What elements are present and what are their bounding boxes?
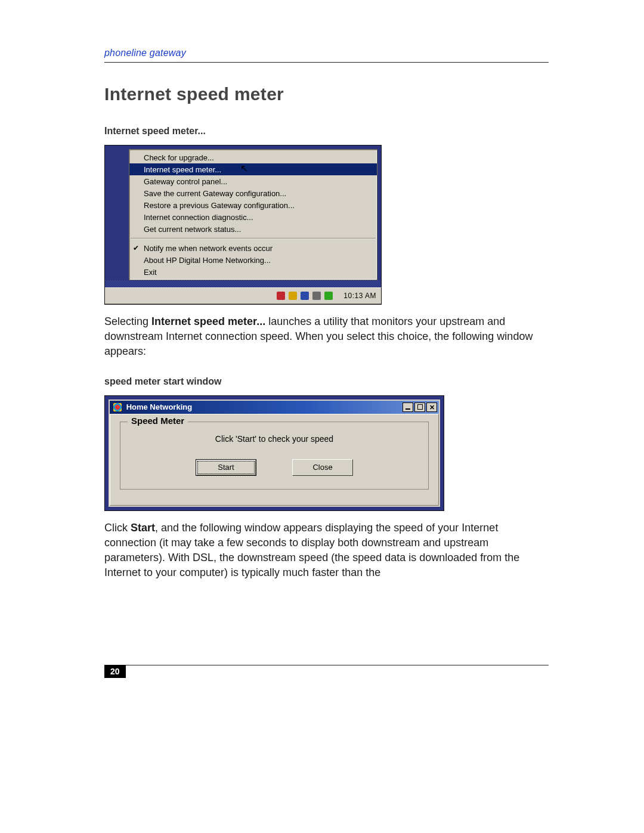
menu-item-check-upgrade[interactable]: Check for upgrade... bbox=[129, 151, 377, 163]
close-icon: ✕ bbox=[429, 404, 435, 410]
context-menu: Check for upgrade... Internet speed mete… bbox=[129, 149, 377, 280]
tray-icon[interactable] bbox=[289, 292, 297, 300]
cursor-icon: ↖ bbox=[240, 163, 248, 174]
groupbox-legend: Speed Meter bbox=[128, 416, 188, 426]
menu-item-restore-config[interactable]: Restore a previous Gateway configuration… bbox=[129, 199, 377, 211]
tray-icon[interactable] bbox=[312, 292, 321, 300]
app-icon bbox=[113, 403, 122, 411]
tray-icon[interactable] bbox=[277, 292, 285, 300]
menu-item-speed-meter[interactable]: Internet speed meter... ↖ bbox=[129, 163, 377, 175]
tray-icon[interactable] bbox=[324, 292, 333, 300]
checkmark-icon: ✔ bbox=[133, 244, 139, 252]
figure1-caption: Internet speed meter... bbox=[104, 126, 549, 137]
system-tray: 10:13 AM bbox=[277, 292, 376, 300]
figure2-caption: speed meter start window bbox=[104, 376, 549, 387]
document-page: phoneline gateway Internet speed meter I… bbox=[0, 0, 644, 833]
speed-meter-groupbox: Speed Meter Click 'Start' to check your … bbox=[120, 422, 429, 490]
maximize-icon bbox=[417, 404, 423, 410]
menu-separator bbox=[131, 238, 376, 239]
menu-item-control-panel[interactable]: Gateway control panel... bbox=[129, 175, 377, 187]
taskbar: 10:13 AM bbox=[105, 287, 381, 304]
maximize-button[interactable] bbox=[414, 402, 425, 412]
menu-item-about[interactable]: About HP Digital Home Networking... bbox=[129, 254, 377, 266]
close-button-dialog[interactable]: Close bbox=[292, 459, 353, 476]
page-title: Internet speed meter bbox=[104, 84, 549, 104]
rule-bottom bbox=[104, 665, 549, 665]
taskbar-clock: 10:13 AM bbox=[343, 292, 376, 300]
menu-item-diagnostic[interactable]: Internet connection diagnostic... bbox=[129, 211, 377, 223]
menu-item-exit[interactable]: Exit bbox=[129, 266, 377, 278]
window-titlebar[interactable]: Home Networking ✕ bbox=[110, 401, 439, 414]
menu-item-notify[interactable]: ✔ Notify me when network events occur bbox=[129, 242, 377, 254]
menu-item-save-config[interactable]: Save the current Gateway configuration..… bbox=[129, 187, 377, 199]
menu-item-network-status[interactable]: Get current network status... bbox=[129, 223, 377, 235]
screenshot-speed-meter-window: Home Networking ✕ Speed Meter Click 'Sta… bbox=[104, 395, 444, 511]
page-footer: 20 bbox=[104, 665, 549, 678]
page-number: 20 bbox=[104, 665, 126, 678]
window-body: Speed Meter Click 'Start' to check your … bbox=[110, 414, 439, 506]
prompt-text: Click 'Start' to check your speed bbox=[132, 434, 416, 444]
menu-item-label: Notify me when network events occur bbox=[144, 244, 273, 253]
close-button[interactable]: ✕ bbox=[426, 402, 437, 412]
rule-top bbox=[104, 62, 549, 63]
window-title: Home Networking bbox=[113, 402, 192, 412]
minimize-button[interactable] bbox=[402, 402, 413, 412]
minimize-icon bbox=[405, 408, 410, 410]
tray-icon[interactable] bbox=[301, 292, 309, 300]
paragraph-1: Selecting Internet speed meter... launch… bbox=[104, 314, 549, 360]
menu-item-label: Internet speed meter... bbox=[144, 165, 221, 174]
window: Home Networking ✕ Speed Meter Click 'Sta… bbox=[109, 400, 440, 507]
paragraph-2: Click Start, and the following window ap… bbox=[104, 521, 549, 581]
desktop-background bbox=[105, 280, 381, 287]
running-head: phoneline gateway bbox=[104, 48, 549, 58]
screenshot-context-menu: Check for upgrade... Internet speed mete… bbox=[104, 145, 382, 305]
start-button[interactable]: Start bbox=[196, 459, 256, 476]
